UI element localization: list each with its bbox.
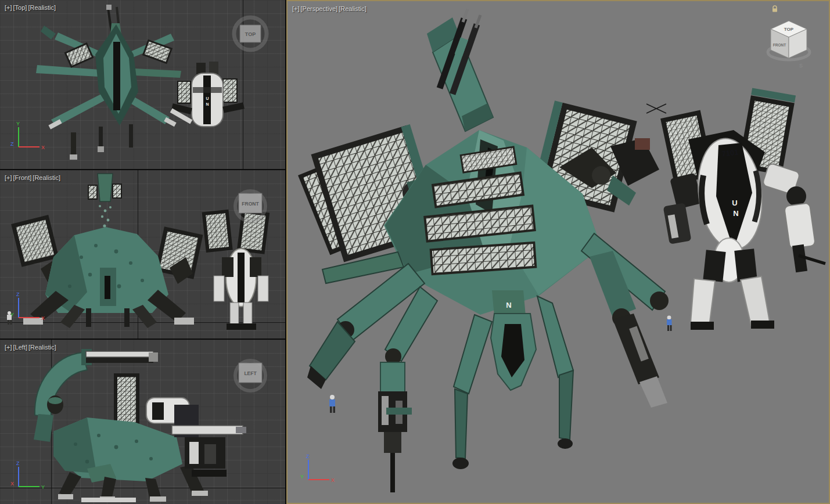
perspective-scene: N <box>288 1 829 503</box>
axis-label-vertical: Z <box>16 460 20 466</box>
viewport-shading-menu[interactable]: [Realistic] <box>28 4 56 11</box>
viewport-pov-menu[interactable]: [Perspective] <box>301 5 338 12</box>
viewport-general-menu[interactable]: [+] <box>292 5 300 12</box>
white-mech-insignia-bottom: N <box>206 102 209 106</box>
viewport-general-menu[interactable]: [+] <box>5 4 12 11</box>
viewcube-compass-south-label[interactable]: S <box>799 63 803 69</box>
viewport-pov-menu[interactable]: [Left] <box>13 344 27 351</box>
viewport-shading-menu[interactable]: [Realistic] <box>33 174 60 181</box>
viewcube-face-label[interactable]: LEFT <box>244 370 257 376</box>
axis-label-vertical: Z <box>306 453 310 459</box>
teal-spider-mech[interactable]: N <box>298 9 669 492</box>
white-mech-insignia-bottom: N <box>733 209 738 218</box>
viewport-front[interactable]: [+] [Front] [Realistic] FRONT Z X Y <box>0 170 285 339</box>
human-figure-scale-reference[interactable] <box>329 395 335 413</box>
viewcube-perspective-viewport[interactable]: TOP FRONT S <box>764 16 814 73</box>
viewport-label-bar: [+] [Front] [Realistic] <box>5 174 60 181</box>
scene-crosshair <box>646 104 666 113</box>
teal-mech-top-view[interactable] <box>36 5 181 160</box>
axis-label-horizontal: X <box>41 315 45 321</box>
viewcube-face-label[interactable]: FRONT <box>242 201 259 207</box>
viewport-pov-menu[interactable]: [Front] <box>13 174 32 181</box>
viewport-label-bar: [+] [Perspective] [Realistic] <box>292 5 367 12</box>
white-mech-insignia-top: U <box>206 96 209 100</box>
viewcube-top-viewport[interactable]: TOP <box>228 13 272 59</box>
viewport-general-menu[interactable]: [+] <box>5 344 12 351</box>
axis-tripod: Z Y X <box>9 460 46 495</box>
axis-tripod: Z X Y <box>299 453 336 488</box>
teal-mech-tail-gun-side <box>81 349 158 365</box>
axis-label-horizontal: Y <box>41 484 45 490</box>
white-mech-left-arm[interactable] <box>663 172 702 244</box>
axis-label-depth: X <box>10 481 14 487</box>
human-figure-scale-reference-2[interactable] <box>667 316 672 331</box>
selection-lock-icon[interactable] <box>771 5 779 15</box>
teal-mech-tail-cannons[interactable] <box>427 9 493 131</box>
viewport-shading-menu[interactable]: [Realistic] <box>339 5 367 12</box>
white-mech-insignia-top: U <box>732 199 737 207</box>
viewcube-front-viewport[interactable]: FRONT <box>228 183 272 229</box>
viewport-pov-menu[interactable]: [Top] <box>13 4 27 11</box>
axis-tripod: Z X Y <box>9 291 46 326</box>
viewcube-left-viewport[interactable]: LEFT <box>228 352 272 399</box>
viewcube-top-face-label[interactable]: TOP <box>784 27 794 32</box>
teal-mech-left-pod-front[interactable] <box>11 215 59 267</box>
axis-label-horizontal: X <box>331 477 335 483</box>
axis-label-depth: Y <box>10 312 14 318</box>
axis-label-horizontal: X <box>41 145 45 150</box>
viewcube-face-label[interactable]: TOP <box>245 31 256 37</box>
axis-label-vertical: Z <box>16 291 20 297</box>
viewcube-front-face-label[interactable]: FRONT <box>773 43 786 47</box>
viewport-left[interactable]: [+] [Left] [Realistic] LEFT Z Y X <box>0 340 285 504</box>
white-mech[interactable]: 7101 U N <box>660 88 825 330</box>
teal-mech-left-lower-gun[interactable] <box>378 362 412 492</box>
axis-label-depth: Y <box>300 474 304 480</box>
viewport-general-menu[interactable]: [+] <box>5 174 12 181</box>
axis-label-depth: Z <box>10 141 14 147</box>
viewport-label-bar: [+] [Left] [Realistic] <box>5 344 56 351</box>
viewport-top[interactable]: U N [+] [Top] [Realistic] TOP Y X Z <box>0 0 285 169</box>
teal-mech-hull-marking: N <box>506 301 511 309</box>
white-mech-top-view[interactable]: U N <box>170 62 245 127</box>
viewport-label-bar: [+] [Top] [Realistic] <box>5 4 56 11</box>
viewport-perspective[interactable]: N <box>286 0 830 504</box>
viewport-layout: U N [+] [Top] [Realistic] TOP Y X Z <box>0 0 830 504</box>
teal-mech-head[interactable]: N <box>491 290 536 390</box>
viewport-shading-menu[interactable]: [Realistic] <box>28 344 56 351</box>
axis-label-vertical: Y <box>16 121 20 127</box>
axis-tripod: Y X Z <box>9 120 46 155</box>
white-mech-right-arm[interactable] <box>762 163 825 272</box>
